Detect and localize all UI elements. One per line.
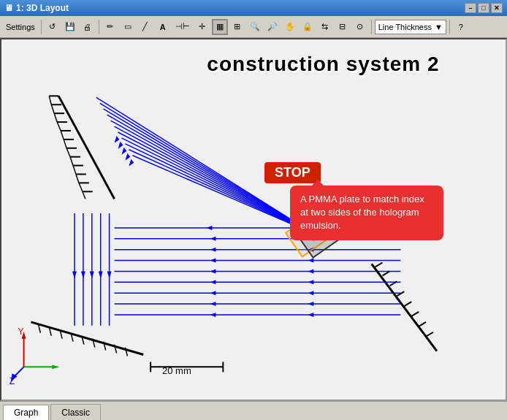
svg-marker-50 bbox=[207, 226, 213, 230]
svg-line-22 bbox=[76, 175, 79, 183]
flip-button[interactable]: ⇆ bbox=[317, 19, 333, 35]
maximize-button[interactable]: □ bbox=[478, 3, 489, 13]
svg-marker-62 bbox=[308, 259, 313, 263]
svg-marker-39 bbox=[125, 153, 130, 161]
svg-marker-66 bbox=[308, 302, 313, 306]
thickness-dropdown[interactable]: Line Thickness ▼ bbox=[375, 20, 446, 34]
svg-line-14 bbox=[51, 104, 54, 113]
svg-line-18 bbox=[64, 140, 66, 148]
svg-marker-53 bbox=[210, 259, 216, 263]
bottom-tab-bar: Graph Classic bbox=[0, 401, 507, 420]
svg-line-32 bbox=[121, 138, 313, 234]
window-icon: 🖥 bbox=[4, 3, 13, 13]
svg-marker-64 bbox=[308, 280, 313, 284]
grid-button[interactable]: ⊞ bbox=[229, 19, 245, 35]
scale-label: 20 mm bbox=[162, 365, 191, 376]
minimize-button[interactable]: – bbox=[465, 3, 476, 13]
svg-line-86 bbox=[411, 312, 419, 316]
svg-line-21 bbox=[73, 166, 76, 175]
thickness-label: Line Thickness bbox=[378, 23, 432, 31]
svg-line-16 bbox=[57, 122, 61, 131]
svg-marker-54 bbox=[210, 269, 216, 273]
canvas-area[interactable]: construction system 2 bbox=[0, 38, 507, 401]
refresh-button[interactable]: ↺ bbox=[45, 19, 61, 35]
tab-classic[interactable]: Classic bbox=[50, 404, 101, 420]
zoom-in-button[interactable]: 🔍 bbox=[247, 19, 263, 35]
svg-line-19 bbox=[66, 148, 70, 157]
toolbar: Settings ↺ 💾 🖨 ✏ ▭ ╱ A ⊣⊢ ✛ ▦ ⊞ 🔍 🔎 ✋ 🔒 … bbox=[0, 16, 507, 38]
hline-button[interactable]: ⊣⊢ bbox=[172, 19, 193, 35]
svg-marker-56 bbox=[210, 291, 216, 295]
svg-marker-52 bbox=[210, 248, 216, 252]
line-button[interactable]: ╱ bbox=[137, 19, 153, 35]
tab-classic-label: Classic bbox=[61, 408, 90, 418]
svg-line-33 bbox=[125, 144, 313, 234]
text-button[interactable]: A bbox=[155, 19, 171, 35]
svg-line-15 bbox=[54, 113, 57, 122]
svg-line-20 bbox=[70, 157, 73, 166]
save-button[interactable]: 💾 bbox=[62, 19, 78, 35]
svg-marker-37 bbox=[118, 142, 123, 149]
svg-marker-38 bbox=[121, 148, 126, 155]
svg-line-88 bbox=[426, 332, 433, 337]
svg-line-81 bbox=[376, 263, 383, 267]
svg-marker-36 bbox=[115, 136, 120, 143]
crosshair-button[interactable]: ✛ bbox=[194, 19, 210, 35]
svg-marker-63 bbox=[308, 269, 313, 273]
svg-marker-73 bbox=[72, 271, 77, 278]
svg-line-24 bbox=[83, 191, 85, 199]
svg-line-17 bbox=[61, 131, 64, 140]
tab-graph[interactable]: Graph bbox=[3, 405, 49, 420]
svg-line-80 bbox=[372, 264, 437, 351]
svg-text:Y: Y bbox=[18, 327, 24, 337]
tooltip-bubble: A PMMA plate to match index at two sides… bbox=[290, 186, 443, 240]
select-button[interactable]: ▦ bbox=[212, 19, 228, 35]
svg-line-89 bbox=[31, 322, 143, 355]
svg-line-85 bbox=[404, 302, 411, 306]
close-button[interactable]: ✕ bbox=[491, 3, 503, 13]
draw-button[interactable]: ✏ bbox=[102, 19, 118, 35]
settings-button[interactable]: Settings bbox=[3, 19, 38, 35]
zoom-out-button[interactable]: 🔎 bbox=[264, 19, 281, 35]
dropdown-arrow-icon: ▼ bbox=[435, 23, 443, 31]
svg-marker-57 bbox=[210, 302, 216, 306]
svg-line-82 bbox=[383, 271, 390, 275]
svg-marker-67 bbox=[308, 313, 313, 317]
toolbar-separator-1 bbox=[41, 20, 42, 34]
svg-text:Z: Z bbox=[9, 376, 15, 386]
svg-marker-40 bbox=[129, 159, 134, 167]
tab-graph-label: Graph bbox=[14, 408, 38, 418]
svg-marker-65 bbox=[308, 291, 313, 295]
help-button[interactable]: ? bbox=[453, 19, 469, 35]
print-button[interactable]: 🖨 bbox=[80, 19, 96, 35]
toolbar-separator-3 bbox=[371, 20, 372, 34]
tooltip-text: A PMMA plate to match index at two sides… bbox=[300, 194, 424, 231]
svg-marker-75 bbox=[90, 271, 94, 278]
svg-marker-77 bbox=[107, 271, 112, 278]
svg-marker-105 bbox=[52, 364, 59, 369]
title-bar: 🖥 1: 3D Layout – □ ✕ bbox=[0, 0, 507, 16]
toolbar-separator-4 bbox=[449, 20, 450, 34]
svg-marker-74 bbox=[81, 271, 85, 278]
svg-line-23 bbox=[79, 183, 83, 191]
help-label: ? bbox=[459, 23, 463, 31]
window-title: 1: 3D Layout bbox=[16, 3, 69, 13]
svg-line-87 bbox=[419, 322, 426, 327]
toolbar-separator-2 bbox=[99, 20, 99, 34]
svg-marker-76 bbox=[99, 271, 103, 278]
layout-button[interactable]: ⊟ bbox=[335, 19, 351, 35]
svg-marker-51 bbox=[210, 237, 216, 241]
hand-button[interactable]: ✋ bbox=[282, 19, 298, 35]
svg-marker-55 bbox=[210, 280, 216, 284]
svg-line-84 bbox=[397, 291, 404, 296]
lock-button[interactable]: 🔒 bbox=[300, 19, 316, 35]
rect-button[interactable]: ▭ bbox=[120, 19, 136, 35]
svg-line-13 bbox=[49, 96, 51, 104]
settings-label: Settings bbox=[6, 23, 35, 31]
svg-marker-58 bbox=[210, 313, 216, 317]
clock-button[interactable]: ⊙ bbox=[352, 19, 368, 35]
